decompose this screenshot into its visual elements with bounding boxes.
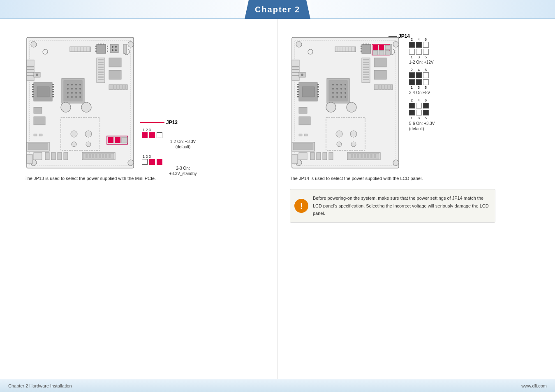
warning-icon: !	[294, 199, 308, 213]
svg-rect-86	[98, 62, 104, 63]
svg-point-124	[296, 42, 302, 47]
svg-rect-222	[387, 85, 388, 90]
jp14-arrow-line	[388, 36, 397, 37]
svg-rect-245	[299, 152, 307, 160]
svg-rect-246	[292, 154, 298, 164]
svg-rect-40	[37, 87, 49, 97]
jp14-c1-top-nums: 246	[411, 37, 467, 42]
svg-rect-242	[373, 51, 378, 55]
svg-rect-214	[363, 76, 369, 78]
svg-rect-20	[107, 48, 108, 49]
pin-1-2-on-1	[142, 132, 148, 138]
svg-point-198	[345, 96, 346, 98]
page-footer: Chapter 2 Hardware Installation www.dfi.…	[0, 379, 555, 392]
svg-point-183	[332, 84, 334, 85]
svg-rect-212	[363, 71, 369, 73]
svg-point-197	[340, 96, 342, 98]
svg-rect-110	[92, 154, 94, 158]
svg-point-67	[75, 88, 77, 90]
svg-rect-54	[34, 117, 45, 125]
footer-left-text: Chapter 2 Hardware Installation	[8, 383, 72, 388]
svg-rect-42	[32, 86, 34, 88]
svg-rect-224	[310, 152, 314, 160]
svg-rect-178	[304, 134, 308, 136]
svg-rect-51	[52, 94, 54, 95]
jp13-label: JP13	[166, 120, 178, 125]
jp14-config1: 246 135 1-2 On: +12V	[409, 37, 467, 65]
svg-point-195	[332, 96, 334, 98]
header-right-band	[310, 0, 555, 19]
jp14-c2-bot-nums: 135	[411, 85, 467, 90]
svg-rect-173	[317, 94, 319, 95]
svg-rect-112	[99, 154, 101, 158]
svg-point-200	[347, 102, 356, 112]
svg-point-2	[31, 42, 37, 47]
svg-rect-36	[27, 75, 34, 76]
svg-point-72	[79, 92, 81, 94]
svg-rect-211	[363, 69, 369, 70]
svg-rect-140	[361, 51, 362, 52]
jp13-config2: 1 2 3 2-3 On:+3.3V_standby	[142, 154, 224, 176]
svg-rect-114	[105, 154, 107, 158]
svg-rect-103	[51, 152, 56, 160]
svg-point-5	[128, 160, 134, 166]
svg-rect-139	[361, 48, 362, 49]
right-panel: JP14 246	[278, 19, 555, 379]
svg-rect-19	[107, 46, 108, 47]
c2-r1c2	[416, 72, 422, 78]
jp14-label: JP14	[398, 33, 410, 39]
svg-rect-208	[363, 62, 369, 63]
config2-description: 2-3 On:+3.3V_standby	[142, 166, 224, 176]
svg-point-3	[128, 42, 134, 47]
svg-rect-145	[365, 44, 367, 45]
pin-2-3-on-1	[149, 159, 155, 165]
cell-r1c1	[409, 42, 415, 48]
svg-point-203	[350, 131, 357, 137]
jp14-config3: 246 135 5-6 On: +3.3V(default)	[409, 98, 467, 131]
jp13-section: JP13 1 2 3 1-2 On: +3.3V(default) 1 2 3	[142, 126, 224, 176]
svg-rect-221	[384, 85, 385, 90]
svg-rect-164	[297, 86, 299, 88]
left-board-container: JP13 1 2 3 1-2 On: +3.3V(default) 1 2 3	[25, 35, 140, 173]
svg-rect-235	[367, 154, 369, 158]
svg-rect-92	[98, 76, 104, 78]
svg-rect-101	[125, 85, 126, 90]
svg-rect-234	[364, 154, 366, 158]
svg-rect-115	[109, 154, 111, 158]
cell-r1c3	[423, 42, 429, 48]
svg-point-69	[67, 92, 69, 94]
svg-point-81	[85, 131, 92, 137]
svg-rect-7	[70, 47, 90, 52]
svg-rect-35	[27, 72, 34, 73]
svg-rect-17	[95, 48, 97, 49]
svg-point-38	[36, 74, 38, 76]
arrow-line	[140, 122, 164, 123]
svg-rect-169	[317, 84, 319, 85]
jp13-arrow: JP13	[140, 120, 178, 125]
c3-r1c2	[416, 103, 422, 108]
svg-rect-226	[323, 152, 327, 160]
jp14-c1-desc: 1-2 On: +12V	[409, 60, 467, 65]
svg-point-190	[345, 88, 346, 90]
svg-point-74	[71, 96, 73, 98]
svg-point-194	[345, 92, 346, 94]
left-panel: JP13 1 2 3 1-2 On: +3.3V(default) 1 2 3	[0, 19, 278, 379]
svg-rect-99	[119, 85, 120, 90]
c3-r2c2	[416, 110, 422, 115]
svg-rect-104	[58, 152, 62, 160]
svg-rect-33	[27, 66, 34, 67]
svg-rect-18	[95, 51, 97, 52]
svg-rect-108	[86, 154, 88, 158]
svg-point-66	[71, 88, 73, 90]
svg-rect-216	[374, 58, 386, 67]
svg-rect-44	[32, 91, 34, 92]
svg-point-191	[332, 92, 334, 94]
svg-rect-215	[363, 79, 369, 80]
pin-3-off	[157, 132, 162, 138]
svg-rect-105	[64, 152, 68, 160]
svg-rect-118	[115, 137, 120, 143]
jp14-c3-bot-nums: 135	[411, 116, 467, 120]
svg-rect-90	[98, 71, 104, 73]
svg-rect-111	[95, 154, 97, 158]
jp14-c2-desc: 3-4 On:+5V	[409, 90, 467, 95]
